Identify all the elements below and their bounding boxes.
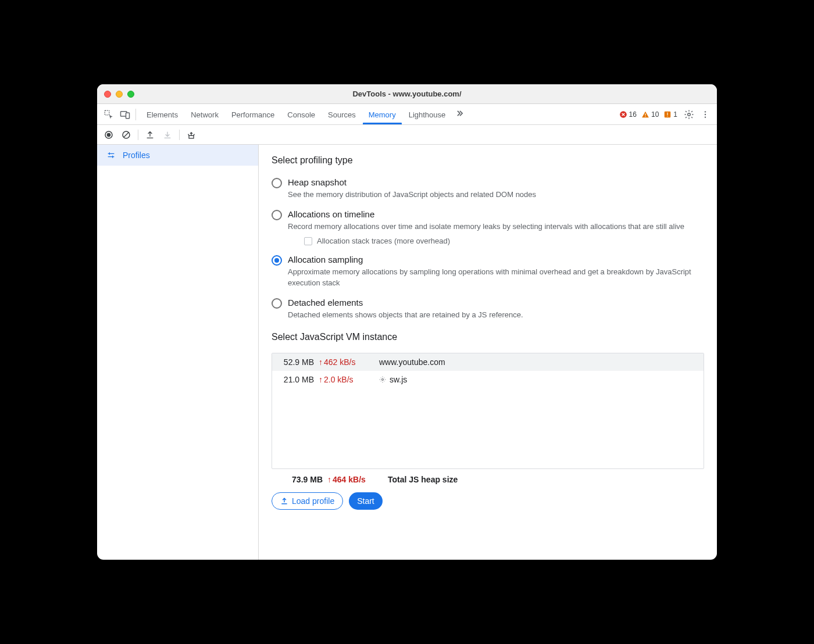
main-panel: Select profiling type Heap snapshot See … <box>259 145 717 560</box>
svg-rect-4 <box>645 113 645 116</box>
profiling-type-heading: Select profiling type <box>272 155 704 166</box>
gear-icon <box>379 376 386 383</box>
settings-icon[interactable] <box>681 106 697 123</box>
more-tabs-icon[interactable] <box>456 109 464 120</box>
load-profile-button[interactable]: Load profile <box>272 492 343 510</box>
tab-sources[interactable]: Sources <box>322 105 362 124</box>
svg-point-12 <box>705 116 706 117</box>
svg-rect-2 <box>126 113 130 119</box>
separator <box>179 130 180 140</box>
export-button[interactable] <box>142 127 158 143</box>
total-heap-row: 73.9 MB ↑464 kB/s Total JS heap size <box>281 475 704 484</box>
total-size: 73.9 MB <box>281 475 327 484</box>
arrow-up-icon: ↑ <box>327 475 331 484</box>
error-count[interactable]: 16 <box>619 110 637 119</box>
issue-count-value: 1 <box>673 110 677 119</box>
option-desc: Record memory allocations over time and … <box>288 221 704 232</box>
vm-instance-heading: Select JavaScript VM instance <box>272 332 704 342</box>
option-title: Allocations on timeline <box>288 209 704 219</box>
tab-lighthouse[interactable]: Lighthouse <box>403 105 452 124</box>
vm-size: 52.9 MB <box>272 357 319 367</box>
load-profile-label: Load profile <box>292 496 334 506</box>
option-desc: See the memory distribution of JavaScrip… <box>288 189 704 200</box>
radio-allocation-sampling[interactable] <box>272 255 282 266</box>
svg-rect-7 <box>667 112 668 115</box>
svg-point-17 <box>382 378 384 380</box>
main-tabbar: Elements Network Performance Console Sou… <box>97 104 717 125</box>
option-title: Detached elements <box>288 298 704 307</box>
vm-rate: ↑462 kB/s <box>319 357 371 367</box>
radio-detached-elements[interactable] <box>272 298 282 309</box>
svg-rect-5 <box>645 116 645 116</box>
minimize-window-button[interactable] <box>116 91 123 98</box>
titlebar: DevTools - www.youtube.com/ <box>97 84 717 104</box>
vm-instance-list: 52.9 MB ↑462 kB/s www.youtube.com 21.0 M… <box>272 353 704 469</box>
sliders-icon <box>106 151 116 160</box>
close-window-button[interactable] <box>104 91 111 98</box>
window-title: DevTools - www.youtube.com/ <box>97 90 717 98</box>
vm-name: sw.js <box>371 375 407 384</box>
vm-name: www.youtube.com <box>371 357 445 367</box>
kebab-menu-icon[interactable] <box>697 106 713 123</box>
traffic-lights <box>104 91 134 98</box>
clear-button[interactable] <box>118 127 134 143</box>
separator <box>138 130 138 140</box>
svg-point-11 <box>705 113 706 115</box>
upload-icon <box>280 497 288 505</box>
warning-icon <box>641 110 649 119</box>
tab-network[interactable]: Network <box>185 105 224 124</box>
error-icon <box>619 110 627 119</box>
inspect-element-icon[interactable] <box>101 106 117 123</box>
stack-traces-row: Allocation stack traces (more overhead) <box>304 237 704 245</box>
device-toolbar-icon[interactable] <box>117 106 133 123</box>
svg-rect-8 <box>667 116 668 116</box>
record-button[interactable] <box>101 127 117 143</box>
warning-count-value: 10 <box>651 110 659 119</box>
option-allocations-timeline[interactable]: Allocations on timeline Record memory al… <box>272 209 704 245</box>
sidebar-item-profiles[interactable]: Profiles <box>97 145 258 166</box>
option-desc: Approximate memory allocations by sampli… <box>288 267 704 288</box>
svg-rect-0 <box>105 110 109 115</box>
start-label: Start <box>357 496 374 506</box>
option-allocation-sampling[interactable]: Allocation sampling Approximate memory a… <box>272 255 704 288</box>
content-area: Profiles Select profiling type Heap snap… <box>97 145 717 560</box>
memory-toolbar <box>97 125 717 145</box>
option-detached-elements[interactable]: Detached elements Detached elements show… <box>272 298 704 320</box>
radio-allocations-timeline[interactable] <box>272 210 282 220</box>
warning-count[interactable]: 10 <box>641 110 659 119</box>
svg-rect-16 <box>189 135 194 138</box>
sidebar: Profiles <box>97 145 259 560</box>
separator <box>135 109 136 120</box>
vm-instance-row[interactable]: 21.0 MB ↑2.0 kB/s sw.js <box>272 371 704 388</box>
sidebar-item-label: Profiles <box>123 151 150 160</box>
tabs-list: Elements Network Performance Console Sou… <box>141 105 619 124</box>
svg-point-9 <box>688 113 691 116</box>
tab-memory[interactable]: Memory <box>363 105 402 124</box>
total-label: Total JS heap size <box>383 475 458 484</box>
vm-rate: ↑2.0 kB/s <box>319 375 371 384</box>
arrow-up-icon: ↑ <box>319 357 323 367</box>
vm-instance-row[interactable]: 52.9 MB ↑462 kB/s www.youtube.com <box>272 353 704 371</box>
tab-performance[interactable]: Performance <box>226 105 280 124</box>
svg-point-10 <box>705 111 706 112</box>
option-desc: Detached elements shows objects that are… <box>288 310 704 320</box>
svg-point-14 <box>107 133 110 136</box>
option-heap-snapshot[interactable]: Heap snapshot See the memory distributio… <box>272 177 704 200</box>
option-title: Allocation sampling <box>288 255 704 264</box>
option-title: Heap snapshot <box>288 177 704 187</box>
issue-count[interactable]: 1 <box>663 110 677 119</box>
arrow-up-icon: ↑ <box>319 375 323 384</box>
maximize-window-button[interactable] <box>127 91 134 98</box>
collect-garbage-button[interactable] <box>183 127 199 143</box>
status-counters: 16 10 1 <box>619 110 677 119</box>
vm-size: 21.0 MB <box>272 375 319 384</box>
tab-console[interactable]: Console <box>281 105 321 124</box>
button-row: Load profile Start <box>272 492 704 510</box>
stack-traces-checkbox[interactable] <box>304 237 312 245</box>
tab-elements[interactable]: Elements <box>141 105 184 124</box>
import-button[interactable] <box>159 127 176 143</box>
start-button[interactable]: Start <box>349 492 383 510</box>
radio-heap-snapshot[interactable] <box>272 178 282 188</box>
stack-traces-label: Allocation stack traces (more overhead) <box>317 237 450 245</box>
issue-icon <box>663 110 672 119</box>
